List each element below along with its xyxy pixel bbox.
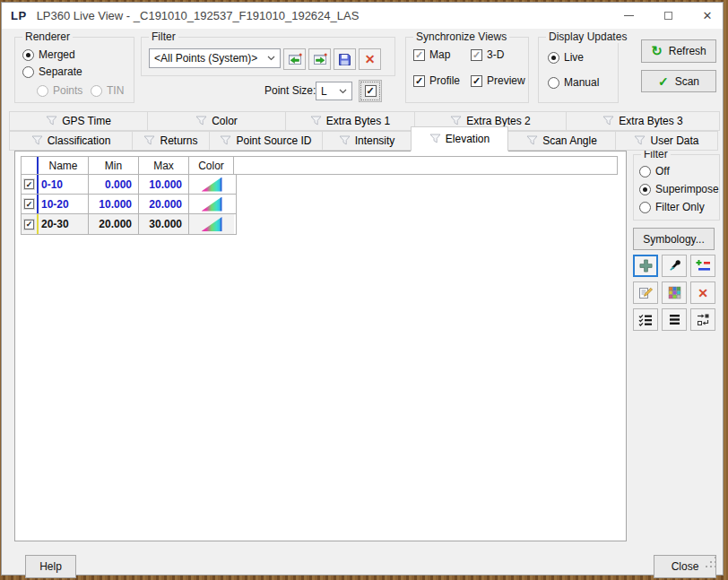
funnel-icon <box>339 135 351 146</box>
import-filter-button[interactable] <box>283 48 306 70</box>
range-max-cell[interactable]: 20.000 <box>139 195 189 213</box>
radio-circle <box>639 202 651 213</box>
range-min-cell[interactable]: 10.000 <box>89 195 139 213</box>
tab-scan-angle[interactable]: Scan Angle <box>507 131 616 151</box>
checkbox-map[interactable]: ✓Map <box>413 48 450 61</box>
color-ramp-swatch[interactable] <box>202 217 222 231</box>
radio-filter-off[interactable]: Off <box>639 165 670 177</box>
color-ramp-swatch[interactable] <box>202 197 222 212</box>
maximize-button[interactable] <box>662 10 674 22</box>
table-row[interactable]: ✓ 0-10 0.000 10.000 <box>22 175 236 195</box>
funnel-icon <box>429 134 441 144</box>
table-header-color: Color <box>189 157 234 174</box>
range-name-cell[interactable]: 10-20 <box>39 195 89 213</box>
table-header-check-col <box>22 157 39 174</box>
refresh-button[interactable]: ↻ Refresh <box>641 39 716 63</box>
radio-filter-only[interactable]: Filter Only <box>639 201 705 213</box>
radio-circle <box>22 66 34 78</box>
range-name-cell[interactable]: 20-30 <box>39 214 89 234</box>
range-max-cell[interactable]: 10.000 <box>139 175 189 194</box>
renderer-group: Renderer Merged Separate Points TIN <box>14 37 134 103</box>
symbology-button[interactable]: Symbology... <box>633 228 715 250</box>
eyedropper-button[interactable] <box>662 255 687 277</box>
tab-elevation[interactable]: Elevation <box>411 126 508 151</box>
radio-circle <box>37 85 48 97</box>
range-max-cell[interactable]: 30.000 <box>139 214 189 234</box>
scan-check-icon: ✓ <box>658 74 669 89</box>
funnel-icon <box>143 135 155 146</box>
tab-extra-bytes-1[interactable]: Extra Bytes 1 <box>285 111 415 131</box>
range-min-cell[interactable]: 0.000 <box>89 175 139 194</box>
window-title: LP360 Live View - _C191010_192537_F19101… <box>37 9 360 22</box>
tab-extra-bytes-3[interactable]: Extra Bytes 3 <box>566 111 720 131</box>
color-palette-button[interactable] <box>662 281 687 304</box>
tab-returns[interactable]: Returns <box>132 131 210 151</box>
checkbox-3d[interactable]: ✓3-D <box>471 48 504 61</box>
tab-point-source-id[interactable]: Point Source ID <box>209 131 323 151</box>
close-window-button[interactable]: ✕ <box>701 10 714 22</box>
radio-merged[interactable]: Merged <box>22 48 75 61</box>
delete-x-icon: ✕ <box>698 287 708 299</box>
range-name-cell[interactable]: 0-10 <box>39 175 89 194</box>
radio-separate[interactable]: Separate <box>22 65 82 78</box>
tab-color[interactable]: Color <box>147 111 286 131</box>
delete-x-icon: ✕ <box>365 53 376 65</box>
filter-group: Filter <All Points (System)> ✕ <box>141 37 395 76</box>
tab-classification[interactable]: Classification <box>9 131 133 151</box>
tab-intensity[interactable]: Intensity <box>322 131 412 151</box>
table-row[interactable]: ✓ 10-20 10.000 20.000 <box>22 195 236 214</box>
help-button[interactable]: Help <box>25 555 76 578</box>
save-filter-button[interactable] <box>334 48 356 70</box>
uncheck-all-button[interactable] <box>662 308 687 331</box>
point-size-dropdown[interactable]: L <box>316 82 352 100</box>
color-ramp-swatch[interactable] <box>202 177 222 192</box>
app-logo: LP <box>11 9 27 22</box>
resize-grip[interactable] <box>715 566 716 567</box>
tab-user-data[interactable]: User Data <box>615 131 718 151</box>
edit-range-button[interactable] <box>633 281 658 304</box>
chevron-down-icon <box>339 89 347 94</box>
radio-live[interactable]: Live <box>548 51 584 64</box>
range-min-cell[interactable]: 20.000 <box>89 214 139 234</box>
table-header-filler <box>234 157 617 174</box>
radio-superimpose[interactable]: Superimpose <box>639 183 719 195</box>
radio-manual[interactable]: Manual <box>548 76 599 89</box>
titlebar[interactable]: LP LP360 Live View - _C191010_192537_F19… <box>2 3 723 29</box>
reorder-button[interactable] <box>690 308 715 331</box>
tab-gps-time[interactable]: GPS Time <box>9 111 148 131</box>
point-size-visibility-toggle[interactable]: ✓ <box>359 80 382 102</box>
filter-preset-dropdown[interactable]: <All Points (System)> <box>149 48 281 68</box>
check-all-button[interactable] <box>633 308 658 331</box>
sync-views-legend: Synchronize Views <box>413 30 509 43</box>
row-checkbox[interactable]: ✓ <box>24 220 34 229</box>
table-header-max: Max <box>139 157 189 174</box>
row-checkbox[interactable]: ✓ <box>24 179 34 189</box>
chevron-down-icon <box>267 56 275 61</box>
funnel-icon <box>46 116 57 126</box>
window-arrow-right-icon <box>312 53 328 66</box>
checklist-icon <box>638 314 653 326</box>
checkbox-preview[interactable]: ✓Preview <box>471 74 525 87</box>
minimize-icon <box>624 15 634 16</box>
close-button[interactable]: Close <box>654 555 716 578</box>
minimize-button[interactable] <box>622 10 635 22</box>
add-ramp-button[interactable] <box>690 255 715 277</box>
table-row[interactable]: ✓ 20-30 20.000 30.000 <box>22 214 236 234</box>
export-filter-button[interactable] <box>308 48 331 70</box>
checkbox-profile[interactable]: ✓Profile <box>413 74 460 87</box>
synchronize-views-group: Synchronize Views ✓Map ✓3-D ✓Profile ✓Pr… <box>405 37 529 103</box>
window-arrow-left-icon <box>287 53 303 66</box>
funnel-icon <box>450 116 462 126</box>
display-updates-legend: Display Updates <box>546 30 629 43</box>
table-header-min: Min <box>89 157 139 174</box>
delete-range-button[interactable]: ✕ <box>690 281 715 304</box>
close-icon: ✕ <box>703 10 713 22</box>
scan-button[interactable]: ✓ Scan <box>641 70 716 92</box>
maximize-icon <box>664 12 672 20</box>
row-checkbox[interactable]: ✓ <box>24 199 34 209</box>
delete-filter-button[interactable]: ✕ <box>359 48 381 70</box>
filter-mode-group: Filter Off Superimpose Filter Only <box>633 154 720 221</box>
funnel-icon <box>526 135 538 146</box>
radio-circle <box>22 49 34 61</box>
add-range-button[interactable] <box>633 255 658 277</box>
